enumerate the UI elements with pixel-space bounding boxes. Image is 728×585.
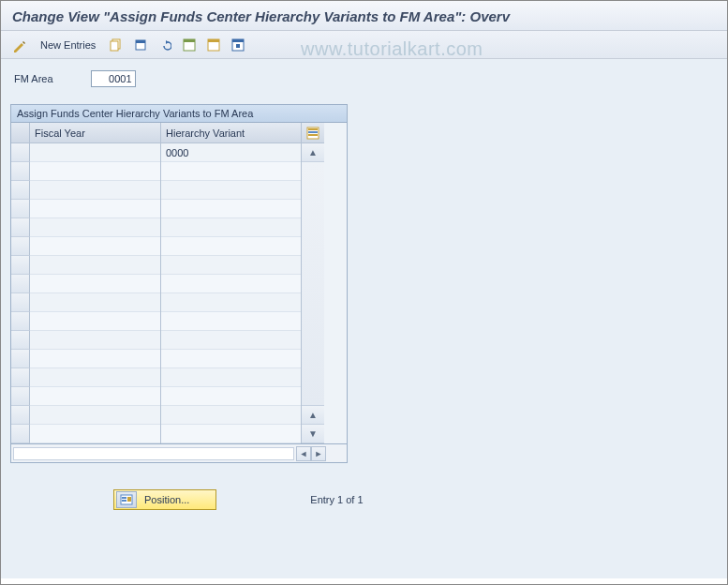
new-entries-button[interactable]: New Entries xyxy=(35,38,101,52)
table-cell[interactable] xyxy=(30,293,160,312)
vertical-scroll-column: ▲ ▲ ▼ xyxy=(302,123,324,443)
table-cell[interactable] xyxy=(161,162,301,181)
data-columns: Fiscal Year xyxy=(30,123,347,443)
table-cell[interactable] xyxy=(30,256,160,275)
svg-rect-4 xyxy=(184,39,195,42)
table-grid: Fiscal Year xyxy=(10,123,348,444)
hierarchy-variant-header[interactable]: Hierarchy Variant xyxy=(161,123,301,143)
table-cell[interactable] xyxy=(30,425,160,443)
row-selector[interactable] xyxy=(11,237,30,256)
table-cell[interactable] xyxy=(161,425,301,443)
svg-rect-17 xyxy=(127,497,131,502)
table-cell[interactable] xyxy=(161,406,301,425)
row-selector[interactable] xyxy=(11,331,30,350)
scroll-down-icon[interactable]: ▲ xyxy=(302,406,324,425)
fm-area-label: FM Area xyxy=(14,73,53,84)
table-cell[interactable] xyxy=(161,181,301,200)
table-cell[interactable] xyxy=(161,387,301,406)
title-bar: Change View "Assign Funds Center Hierarc… xyxy=(1,1,727,31)
table-cell[interactable] xyxy=(161,350,301,368)
row-selector[interactable] xyxy=(11,162,30,181)
content-area: FM Area Assign Funds Center Hierarchy Va… xyxy=(1,59,727,578)
row-selector[interactable] xyxy=(11,256,30,275)
page-title: Change View "Assign Funds Center Hierarc… xyxy=(12,8,716,24)
svg-rect-15 xyxy=(122,497,126,499)
table-cell[interactable] xyxy=(30,218,160,237)
delete-icon[interactable] xyxy=(131,36,150,54)
table-cell[interactable] xyxy=(30,387,160,406)
undo-icon[interactable] xyxy=(156,36,174,54)
table-cell[interactable]: 0000 xyxy=(161,143,301,162)
svg-rect-6 xyxy=(208,39,219,42)
table-settings-icon[interactable] xyxy=(302,123,324,143)
copy-as-icon[interactable] xyxy=(107,36,126,54)
hscroll-track[interactable] xyxy=(13,447,294,460)
table-cell[interactable] xyxy=(30,368,160,387)
svg-rect-8 xyxy=(232,39,244,42)
row-selector[interactable] xyxy=(11,368,30,387)
svg-rect-11 xyxy=(308,128,318,130)
select-all-icon[interactable] xyxy=(180,36,199,54)
table-cell[interactable] xyxy=(30,350,160,368)
row-selector[interactable] xyxy=(11,387,30,406)
row-selector[interactable] xyxy=(11,406,30,425)
scroll-right-icon[interactable]: ► xyxy=(311,446,326,461)
entry-count-text: Entry 1 of 1 xyxy=(310,494,363,505)
position-button[interactable]: Position... xyxy=(113,489,216,510)
table-cell[interactable] xyxy=(161,368,301,387)
footer-row: Position... Entry 1 of 1 xyxy=(113,489,718,510)
row-selector[interactable] xyxy=(11,200,30,218)
table-cell[interactable] xyxy=(30,331,160,350)
toolbar: New Entries xyxy=(1,31,727,59)
fm-area-input[interactable] xyxy=(91,70,136,87)
svg-rect-1 xyxy=(111,41,118,51)
table-cell[interactable] xyxy=(30,312,160,331)
table-cell[interactable] xyxy=(30,143,160,162)
svg-rect-16 xyxy=(122,500,126,502)
table-cell[interactable] xyxy=(30,275,160,293)
table-panel: Assign Funds Center Hierarchy Variants t… xyxy=(10,104,348,463)
table-cell[interactable] xyxy=(30,406,160,425)
scroll-up-icon[interactable]: ▲ xyxy=(302,143,324,162)
table-cell[interactable] xyxy=(161,275,301,293)
position-button-label: Position... xyxy=(144,494,189,505)
scroll-track[interactable] xyxy=(302,162,324,406)
scroll-down-icon[interactable]: ▼ xyxy=(302,425,324,443)
row-selector[interactable] xyxy=(11,218,30,237)
table-cell[interactable] xyxy=(161,200,301,218)
table-cell[interactable] xyxy=(161,218,301,237)
svg-rect-9 xyxy=(236,44,240,48)
row-selector[interactable] xyxy=(11,350,30,368)
row-selector[interactable] xyxy=(11,293,30,312)
table-cell[interactable] xyxy=(30,237,160,256)
table-cell[interactable] xyxy=(161,293,301,312)
table-cell[interactable] xyxy=(161,331,301,350)
fiscal-year-column: Fiscal Year xyxy=(30,123,161,443)
row-selector[interactable] xyxy=(11,275,30,293)
select-block-icon[interactable] xyxy=(204,36,223,54)
table-cell[interactable] xyxy=(30,200,160,218)
svg-rect-13 xyxy=(308,134,318,136)
horizontal-scrollbar: ◄ ► xyxy=(10,444,348,463)
table-cell[interactable] xyxy=(161,237,301,256)
row-selector-column xyxy=(11,123,30,443)
table-cell[interactable] xyxy=(161,256,301,275)
row-selector[interactable] xyxy=(11,312,30,331)
table-cell[interactable] xyxy=(30,181,160,200)
svg-rect-12 xyxy=(308,131,318,133)
position-icon xyxy=(116,491,137,508)
table-cell[interactable] xyxy=(30,162,160,181)
row-selector[interactable] xyxy=(11,143,30,162)
row-selector[interactable] xyxy=(11,181,30,200)
deselect-all-icon[interactable] xyxy=(229,36,247,54)
row-selector[interactable] xyxy=(11,425,30,443)
scroll-left-icon[interactable]: ◄ xyxy=(296,446,311,461)
hierarchy-variant-column: Hierarchy Variant 0000 xyxy=(161,123,302,443)
fiscal-year-header[interactable]: Fiscal Year xyxy=(30,123,160,143)
selector-header[interactable] xyxy=(11,123,30,143)
fm-area-row: FM Area xyxy=(14,70,718,87)
change-display-toggle-icon[interactable] xyxy=(10,36,29,54)
table-cell[interactable] xyxy=(161,312,301,331)
table-panel-title: Assign Funds Center Hierarchy Variants t… xyxy=(10,104,348,123)
